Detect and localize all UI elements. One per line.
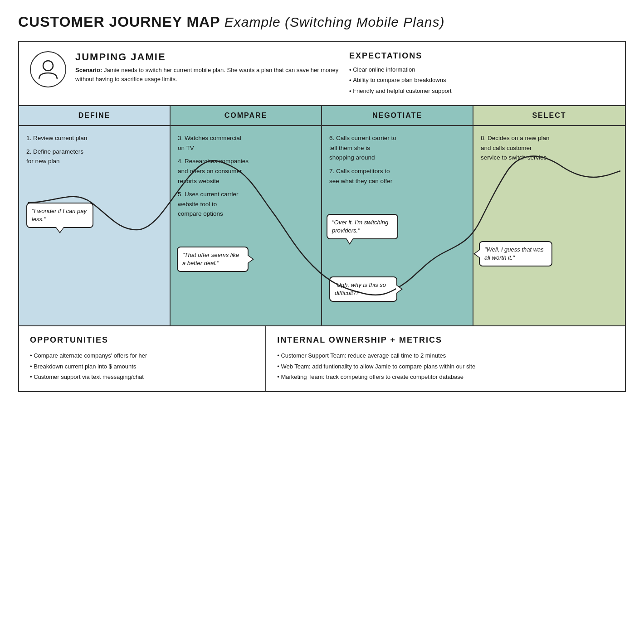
ownership-list: Customer Support Team: reduce average ca… [277,350,614,382]
scenario-label: Scenario: [75,67,102,73]
persona-scenario: Scenario: Jamie needs to switch her curr… [75,66,340,83]
phase-define-content: 1. Review current plan 2. Define paramet… [19,126,170,325]
map-container: JUMPING JAMIE Scenario: Jamie needs to s… [18,41,626,392]
phase-compare-header: COMPARE [171,106,321,126]
persona-info: JUMPING JAMIE Scenario: Jamie needs to s… [75,51,340,83]
phase-compare-content: 3. Watches commercialon TV 4. Researches… [171,126,321,325]
title-italic: Example (Switching Mobile Plans) [224,15,445,29]
action-item: 7. Calls competitors tosee what they can… [329,166,465,186]
opportunity-item: Compare alternate companys' offers for h… [30,350,254,361]
action-item: 6. Calls current carrier totell them she… [329,133,465,163]
action-item: 4. Researches companiesand offers on con… [178,156,314,186]
negotiate-bubble-bottom: "Ugh, why is this so difficult?!" [329,276,397,302]
action-item: 3. Watches commercialon TV [178,133,314,153]
persona-header: JUMPING JAMIE Scenario: Jamie needs to s… [19,42,625,106]
expectations-list: Clear online information Ability to comp… [349,64,614,96]
negotiate-actions: 6. Calls current carrier totell them she… [329,133,465,186]
ownership-section: INTERNAL OWNERSHIP + METRICS Customer Su… [266,326,625,391]
persona-name: JUMPING JAMIE [75,51,340,63]
action-item: 8. Decides on a new planand calls custom… [481,133,618,163]
ownership-item: Customer Support Team: reduce average ca… [277,350,614,361]
scenario-text: Jamie needs to switch her current mobile… [75,67,338,82]
opportunities-list: Compare alternate companys' offers for h… [30,350,254,382]
select-bubble: "Well, I guess that was all worth it." [479,241,552,266]
phase-negotiate-content: 6. Calls current carrier totell them she… [322,126,473,325]
phase-select-content: 8. Decides on a new planand calls custom… [473,126,625,325]
compare-bubble: "That offer seems like a better deal." [177,247,249,272]
phase-negotiate: NEGOTIATE 6. Calls current carrier totel… [322,106,473,325]
avatar-icon [36,58,60,81]
phase-define-header: DEFINE [19,106,170,126]
action-item: 1. Review current plan [26,133,162,143]
ownership-item: Marketing Team: track competing offers t… [277,372,614,382]
define-bubble: "I wonder if I can pay less." [26,203,93,228]
negotiate-bubble-top: "Over it. I'm switching providers." [327,214,398,239]
expectation-item: Clear online information [349,64,614,75]
expectation-item: Friendly and helpful customer support [349,86,614,96]
ownership-title: INTERNAL OWNERSHIP + METRICS [277,335,614,345]
page-title: CUSTOMER JOURNEY MAP Example (Switching … [18,14,626,30]
phase-define: DEFINE 1. Review current plan 2. Define … [19,106,171,325]
avatar [30,51,66,87]
ownership-item: Web Team: add funtionality to allow Jami… [277,361,614,372]
phases-wrapper: DEFINE 1. Review current plan 2. Define … [19,106,625,326]
compare-actions: 3. Watches commercialon TV 4. Researches… [178,133,314,219]
opportunity-item: Breakdown current plan into $ amounts [30,361,254,372]
opportunities-section: OPPORTUNITIES Compare alternate companys… [19,326,266,391]
opportunity-item: Customer support via text messaging/chat [30,372,254,382]
svg-point-0 [43,61,53,71]
phase-select: SELECT 8. Decides on a new planand calls… [473,106,625,325]
select-actions: 8. Decides on a new planand calls custom… [481,133,618,163]
action-item: 5. Uses current carrierwebsite tool toco… [178,189,314,219]
action-item: 2. Define parametersfor new plan [26,147,162,166]
phases-row: DEFINE 1. Review current plan 2. Define … [19,106,625,326]
phase-compare: COMPARE 3. Watches commercialon TV 4. Re… [171,106,322,325]
opportunities-title: OPPORTUNITIES [30,335,254,345]
bottom-section: OPPORTUNITIES Compare alternate companys… [19,326,625,391]
expectations-section: EXPECTATIONS Clear online information Ab… [349,51,614,96]
expectations-title: EXPECTATIONS [349,51,614,61]
title-bold: CUSTOMER JOURNEY MAP [18,14,220,30]
expectation-item: Ability to compare plan breakdowns [349,75,614,85]
phase-select-header: SELECT [473,106,625,126]
define-actions: 1. Review current plan 2. Define paramet… [26,133,162,166]
phase-negotiate-header: NEGOTIATE [322,106,473,126]
